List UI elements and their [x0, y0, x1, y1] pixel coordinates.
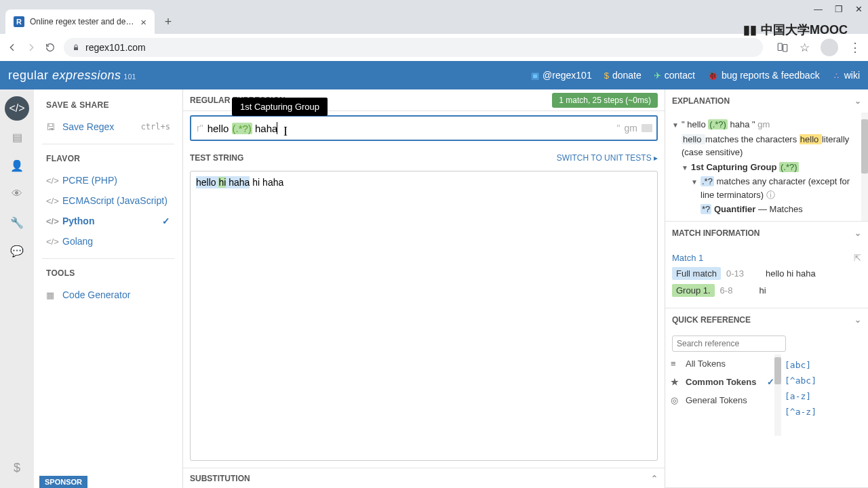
reload-icon[interactable] — [45, 42, 56, 53]
rail-settings-icon[interactable]: 🔧 — [5, 210, 29, 235]
rail-chat-icon[interactable]: 💬 — [5, 239, 29, 263]
qr-all-tokens[interactable]: ≡All Tokens — [665, 354, 780, 373]
bugs-link[interactable]: 🐞bug reports & feedback — [707, 70, 820, 81]
new-tab-button[interactable]: + — [159, 12, 178, 31]
save-regex-button[interactable]: 🖫 Save Regex ctrl+s — [39, 117, 177, 137]
flavor-ecma[interactable]: </>ECMAScript (JavaScript) — [39, 190, 177, 211]
regex-flags[interactable]: gm — [625, 123, 637, 134]
rail-library-icon[interactable]: ▤ — [5, 125, 29, 149]
bookmark-icon[interactable]: ☆ — [800, 41, 810, 55]
tab-bar: R Online regex tester and debu… × + — [0, 0, 868, 34]
explanation-body[interactable]: ▼" hello (.*?) haha " gm hello matches t… — [665, 113, 868, 221]
rail-regex-icon[interactable]: </> — [5, 96, 29, 121]
translate-icon[interactable] — [776, 41, 789, 54]
regex-capture-group: (.*?) — [232, 123, 252, 134]
explanation-header: EXPLANATION — [672, 96, 730, 106]
qr-token[interactable]: [^abc] — [785, 373, 864, 388]
group-1-badge: Group 1. — [672, 284, 715, 297]
rail-account-icon[interactable]: 👤 — [5, 153, 29, 178]
flavor-pcre[interactable]: </>PCRE (PHP) — [39, 170, 177, 190]
tools-header: TOOLS — [39, 266, 177, 285]
back-icon[interactable] — [7, 42, 18, 53]
match-1-link[interactable]: Match 1 — [672, 253, 703, 263]
regex-prefix: r" — [197, 123, 203, 134]
save-share-header: SAVE & SHARE — [39, 98, 177, 117]
rail-live-icon[interactable]: 👁 — [5, 182, 29, 206]
match-info-header: MATCH INFORMATION — [672, 228, 760, 238]
text-caret — [277, 122, 277, 134]
match-badge: 1 match, 25 steps (~0ms) — [552, 93, 658, 108]
wiki-link[interactable]: ⛬wiki — [832, 70, 860, 81]
left-panel: SAVE & SHARE 🖫 Save Regex ctrl+s FLAVOR … — [34, 89, 183, 488]
svg-rect-1 — [778, 43, 782, 51]
maximize-button[interactable]: ❐ — [835, 4, 843, 14]
forward-icon[interactable] — [26, 42, 37, 53]
close-window-button[interactable]: ✕ — [855, 4, 863, 14]
chevron-down-icon[interactable]: ⌄ — [854, 315, 861, 325]
url-input[interactable]: regex101.com — [64, 38, 763, 57]
twitter-link[interactable]: ▣@regex101 — [531, 70, 592, 81]
quick-reference-header: QUICK REFERENCE — [672, 315, 751, 325]
qr-common-tokens[interactable]: ★Common Tokens✓ — [665, 373, 780, 391]
qr-token[interactable]: [abc] — [785, 357, 864, 373]
flavor-python[interactable]: </>Python✓ — [39, 211, 177, 231]
window-controls: — ❐ ✕ — [814, 4, 863, 14]
chevron-down-icon[interactable]: ⌄ — [854, 228, 861, 238]
menu-icon[interactable]: ⋮ — [849, 40, 861, 55]
lock-icon — [72, 43, 80, 52]
favicon: R — [14, 16, 24, 27]
test-string-header: TEST STRING — [190, 153, 243, 163]
chevron-down-icon[interactable]: ⌄ — [854, 96, 861, 106]
save-shortcut: ctrl+s — [141, 122, 170, 131]
regex-input[interactable]: 1st Capturing Group r" hello (.*?) haha … — [190, 115, 658, 141]
browser-chrome: — ❐ ✕ ▮▮中国大学MOOC R Online regex tester a… — [0, 0, 868, 61]
flavor-header: FLAVOR — [39, 151, 177, 170]
popout-icon[interactable]: ⇱ — [854, 253, 861, 263]
browser-tab[interactable]: R Online regex tester and debu… × — [5, 9, 155, 34]
flag-icon[interactable] — [642, 124, 652, 132]
tab-title: Online regex tester and debu… — [30, 17, 135, 26]
save-icon: 🖫 — [46, 122, 56, 132]
regex-header: REGULAR EXPRESSION — [190, 96, 285, 105]
center-panel: REGULAR EXPRESSION 1 match, 25 steps (~0… — [183, 89, 665, 488]
rail-sponsor-icon[interactable]: $ — [5, 455, 29, 480]
logo[interactable]: regular expressions101 — [8, 68, 136, 83]
full-match-badge: Full match — [672, 267, 721, 280]
tab-close-icon[interactable]: × — [140, 16, 146, 28]
icon-rail: </> ▤ 👤 👁 🔧 💬 $ — [0, 89, 34, 488]
qr-general-tokens[interactable]: ◎General Tokens — [665, 391, 780, 409]
app-header: regular expressions101 ▣@regex101 $donat… — [0, 61, 868, 89]
test-string-input[interactable]: hello hi haha hi haha — [190, 171, 658, 461]
quick-ref-search-input[interactable] — [672, 336, 786, 352]
chevron-up-icon[interactable]: ⌃ — [651, 474, 658, 483]
qr-token[interactable]: [^a-z] — [785, 404, 864, 420]
check-icon: ✓ — [162, 216, 170, 226]
sponsor-badge[interactable]: SPONSOR — [39, 476, 87, 488]
contact-link[interactable]: ✈contact — [654, 70, 695, 81]
qr-token[interactable]: [a-z] — [785, 388, 864, 404]
svg-rect-2 — [783, 45, 787, 52]
url-text: regex101.com — [85, 42, 146, 53]
right-panel: EXPLANATION⌄ ▼" hello (.*?) haha " gm he… — [665, 89, 868, 488]
minimize-button[interactable]: — — [814, 4, 823, 14]
flavor-golang[interactable]: </>Golang — [39, 231, 177, 251]
switch-unit-tests-link[interactable]: SWITCH TO UNIT TESTS ▸ — [557, 153, 658, 163]
svg-rect-0 — [74, 47, 78, 51]
donate-link[interactable]: $donate — [604, 70, 642, 81]
substitution-header: SUBSTITUTION — [190, 474, 250, 483]
profile-avatar[interactable] — [821, 39, 838, 56]
address-bar: regex101.com ☆ ⋮ — [0, 34, 868, 61]
code-generator-link[interactable]: ▦Code Generator — [39, 285, 177, 305]
